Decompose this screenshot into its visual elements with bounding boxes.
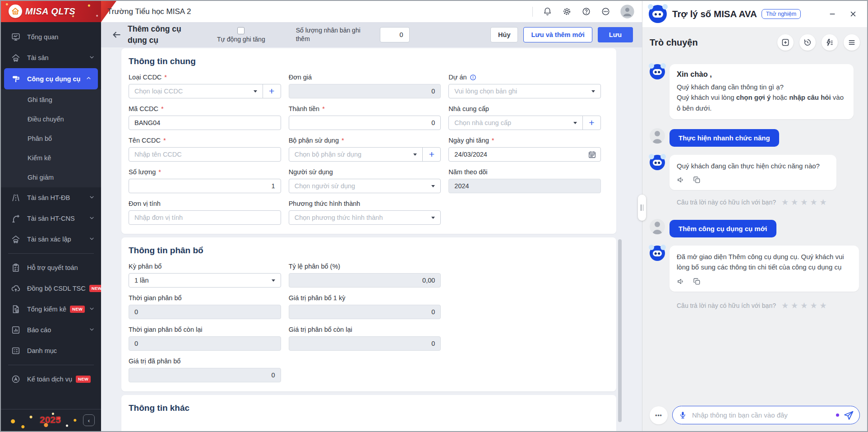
user-message-row: Thực hiện nhanh chức năng bbox=[650, 128, 860, 147]
panel-resize-handle[interactable] bbox=[638, 195, 646, 221]
vertical-scrollbar[interactable] bbox=[618, 239, 622, 422]
read-aloud-speaker-icon[interactable] bbox=[677, 277, 685, 286]
star-icon[interactable]: ★ bbox=[810, 197, 817, 207]
add-nha-cung-cap-button[interactable]: + bbox=[582, 116, 600, 130]
read-aloud-speaker-icon[interactable] bbox=[677, 176, 685, 184]
ten-ccdc-input[interactable] bbox=[129, 147, 281, 162]
quick-functions-icon[interactable] bbox=[822, 34, 838, 51]
star-icon[interactable]: ★ bbox=[781, 197, 789, 207]
chat-message-input[interactable] bbox=[691, 411, 832, 419]
sidebar-item-cong-cu-dung-cu[interactable]: Công cụ dụng cụ bbox=[4, 68, 98, 89]
section-heading: Thông tin phân bổ bbox=[129, 246, 601, 255]
bo-phan-su-dung-select[interactable]: Chọn bộ phận sử dụng bbox=[289, 151, 423, 158]
star-icon[interactable]: ★ bbox=[810, 301, 817, 311]
settings-gear-icon[interactable] bbox=[562, 7, 572, 17]
nam-theo-doi-input bbox=[448, 179, 601, 193]
star-icon[interactable]: ★ bbox=[800, 301, 808, 311]
sidebar-item-tai-san[interactable]: Tài sản bbox=[1, 47, 101, 68]
thoi-gian-phan-bo-con-lai-input bbox=[129, 336, 281, 351]
don-vi-tinh-input[interactable] bbox=[129, 210, 281, 225]
info-icon[interactable] bbox=[470, 74, 476, 81]
menu-hamburger-icon[interactable] bbox=[844, 34, 860, 51]
copy-icon[interactable] bbox=[693, 176, 701, 184]
microphone-icon[interactable] bbox=[679, 411, 687, 419]
star-icon[interactable]: ★ bbox=[800, 197, 808, 207]
more-actions-icon[interactable]: ••• bbox=[650, 406, 668, 424]
bot-message-bubble: Quý khách đang cần thực hiện chức năng n… bbox=[669, 155, 836, 190]
star-icon[interactable]: ★ bbox=[791, 197, 798, 207]
field-thanh-tien: Thành tiền* bbox=[289, 105, 441, 130]
sidebar-collapse-button[interactable]: ‹ bbox=[83, 414, 95, 426]
ky-phan-bo-select[interactable]: 1 lần bbox=[129, 277, 281, 284]
add-bo-phan-button[interactable]: + bbox=[422, 148, 440, 161]
loai-ccdc-select[interactable]: Chọn loại CCDC bbox=[129, 88, 263, 95]
field-thoi-gian-phan-bo: Thời gian phân bổ bbox=[129, 294, 281, 319]
chevron-down-icon bbox=[89, 236, 95, 243]
sidebar-item-bao-cao[interactable]: Báo cáo bbox=[1, 320, 101, 340]
chat-header: Trợ lý số MISA AVA Thử nghiệm bbox=[642, 1, 867, 27]
help-icon[interactable] bbox=[581, 7, 591, 17]
required-mark: * bbox=[158, 168, 161, 176]
clone-count-input[interactable] bbox=[380, 27, 410, 42]
calendar-icon[interactable] bbox=[588, 150, 596, 159]
star-icon[interactable]: ★ bbox=[820, 301, 827, 311]
ma-ccdc-input[interactable] bbox=[129, 116, 281, 130]
save-button[interactable]: Lưu bbox=[598, 27, 633, 42]
sidebar-item-tai-san-ht-cns[interactable]: Tài sản HT-CNS bbox=[1, 208, 101, 229]
assets-icon bbox=[10, 52, 21, 63]
save-and-new-button[interactable]: Lưu và thêm mới bbox=[523, 27, 592, 42]
close-icon[interactable] bbox=[849, 10, 857, 18]
bot-avatar bbox=[650, 64, 665, 79]
user-avatar[interactable] bbox=[620, 4, 635, 19]
sidebar-item-label: Hỗ trợ quyết toán bbox=[27, 264, 78, 271]
submenu-item-ghi-giam[interactable]: Ghi giảm bbox=[1, 167, 101, 187]
chevron-down-icon bbox=[431, 185, 435, 187]
sidebar-item-ho-tro-quyet-toan[interactable]: Hỗ trợ quyết toán bbox=[1, 257, 101, 278]
user-quick-action[interactable]: Thêm công cụ dụng cụ mới bbox=[669, 220, 776, 237]
sidebar-item-dong-bo-csdl-tsc[interactable]: Đồng bộ CSDL TSC NEW bbox=[1, 278, 101, 299]
sidebar-nav: Tổng quan Tài sản Công cụ dụng cụ bbox=[1, 22, 101, 409]
submenu-item-ghi-tang[interactable]: Ghi tăng bbox=[1, 90, 101, 109]
user-quick-action[interactable]: Thực hiện nhanh chức năng bbox=[669, 129, 779, 147]
new-badge: NEW bbox=[89, 285, 101, 292]
send-icon[interactable] bbox=[843, 410, 854, 421]
du-an-select[interactable]: Vui lòng chọn bản ghi bbox=[449, 88, 600, 95]
add-loai-ccdc-button[interactable]: + bbox=[263, 84, 281, 98]
submenu-item-dieu-chuyen[interactable]: Điều chuyển bbox=[1, 109, 101, 129]
cloud-upload-icon bbox=[10, 283, 21, 294]
minimize-icon[interactable] bbox=[828, 10, 836, 18]
section-heading: Thông tin chung bbox=[129, 56, 601, 66]
new-chat-icon[interactable] bbox=[777, 34, 794, 51]
nguoi-su-dung-select[interactable]: Chọn người sử dụng bbox=[289, 182, 441, 190]
copy-icon[interactable] bbox=[693, 277, 701, 286]
star-icon[interactable]: ★ bbox=[791, 301, 798, 311]
sidebar-item-ke-toan-dich-vu[interactable]: Kế toán dịch vụ NEW bbox=[1, 369, 101, 390]
submenu-item-kiem-ke[interactable]: Kiểm kê bbox=[1, 148, 101, 167]
sidebar-item-tai-san-xac-lap[interactable]: Tài sản xác lập bbox=[1, 229, 101, 250]
thanh-tien-input[interactable] bbox=[289, 116, 441, 130]
more-options-icon[interactable] bbox=[600, 7, 610, 17]
sidebar-item-tai-san-ht-db[interactable]: Tài sản HT-ĐB bbox=[1, 187, 101, 208]
chevron-down-icon bbox=[591, 90, 595, 93]
ngay-ghi-tang-date-input[interactable]: 24/03/2024 bbox=[449, 151, 588, 158]
sidebar-item-label: Tài sản HT-ĐB bbox=[27, 194, 70, 201]
sidebar-item-label: Tài sản xác lập bbox=[27, 236, 71, 243]
back-arrow-icon[interactable] bbox=[111, 29, 123, 41]
so-luong-input[interactable] bbox=[129, 179, 281, 193]
cancel-button[interactable]: Hủy bbox=[490, 27, 518, 42]
star-icon[interactable]: ★ bbox=[781, 301, 789, 311]
chat-input-bar: ••• bbox=[642, 401, 867, 431]
chevron-down-icon bbox=[254, 90, 257, 93]
star-icon[interactable]: ★ bbox=[820, 197, 827, 207]
sidebar-item-danh-muc[interactable]: Danh mục bbox=[1, 340, 101, 361]
auto-increase-checkbox[interactable] bbox=[237, 27, 245, 34]
sidebar-item-tong-kiem-ke[interactable]: Tổng kiểm kê NEW bbox=[1, 299, 101, 320]
submenu-item-phan-bo[interactable]: Phân bổ bbox=[1, 129, 101, 148]
nha-cung-cap-select[interactable]: Chọn nhà cung cấp bbox=[449, 119, 582, 126]
chat-history-icon[interactable] bbox=[799, 34, 816, 51]
sidebar-item-tong-quan[interactable]: Tổng quan bbox=[1, 27, 101, 47]
chat-title: Trợ lý số MISA AVA bbox=[672, 9, 757, 19]
notifications-bell-icon[interactable] bbox=[542, 7, 552, 17]
phuong-thuc-select[interactable]: Chọn phương thức hình thành bbox=[289, 214, 441, 221]
field-label: Dự án bbox=[448, 74, 466, 81]
